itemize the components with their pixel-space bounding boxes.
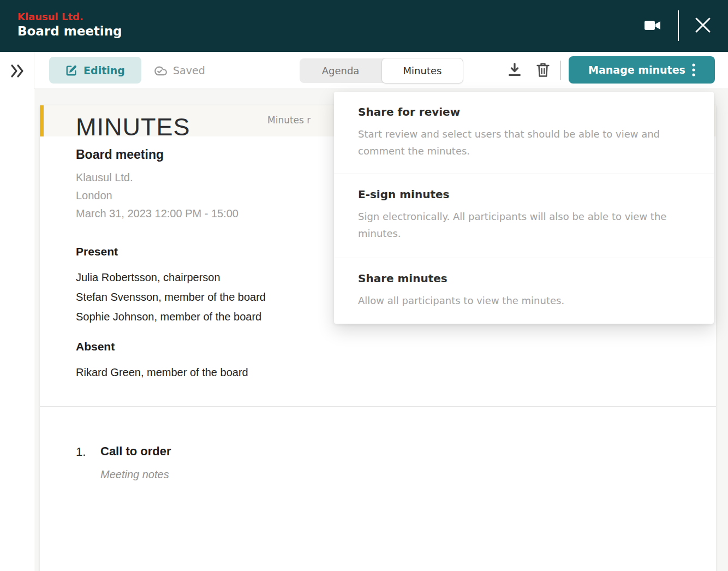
edit-pencil-icon bbox=[65, 64, 77, 76]
expand-sidebar-icon[interactable] bbox=[9, 63, 26, 79]
list-item: Sophie Johnson, member of the board bbox=[76, 307, 266, 326]
view-switcher: Agenda Minutes bbox=[300, 58, 463, 83]
agenda-item-number: 1. bbox=[76, 445, 86, 459]
menu-item-description: Start review and select users that shoul… bbox=[358, 126, 685, 159]
meeting-notes-placeholder[interactable]: Meeting notes bbox=[100, 468, 169, 481]
status-banner-text: Minutes r bbox=[267, 115, 311, 126]
menu-item-description: Allow all participants to view the minut… bbox=[358, 292, 685, 309]
menu-item-title: Share minutes bbox=[358, 272, 690, 285]
document-title: MINUTES bbox=[76, 113, 190, 141]
app-header: Klausul Ltd. Board meeting bbox=[0, 0, 728, 52]
close-icon[interactable] bbox=[694, 16, 712, 34]
saved-label: Saved bbox=[173, 64, 205, 76]
section-divider bbox=[40, 406, 716, 407]
absent-list: Rikard Green, member of the board bbox=[76, 362, 248, 382]
trash-icon[interactable] bbox=[535, 62, 552, 78]
manage-minutes-button[interactable]: Manage minutes bbox=[569, 56, 715, 84]
document-subtitle: Board meeting bbox=[76, 147, 164, 162]
collapsed-sidebar bbox=[0, 52, 34, 571]
meeting-title: Board meeting bbox=[17, 24, 122, 38]
editing-mode-button[interactable]: Editing bbox=[49, 57, 141, 84]
menu-item-share-for-review[interactable]: Share for review Start review and select… bbox=[334, 92, 714, 174]
list-item: Julia Robertsson, chairperson bbox=[76, 267, 266, 287]
kebab-icon bbox=[692, 63, 695, 77]
toolbar-divider bbox=[560, 61, 561, 80]
agenda-item-title: Call to order bbox=[100, 444, 171, 459]
present-heading: Present bbox=[76, 245, 118, 258]
company-name: Klausul Ltd. bbox=[17, 11, 83, 22]
menu-item-share-minutes[interactable]: Share minutes Allow all participants to … bbox=[334, 258, 714, 324]
cloud-check-icon bbox=[152, 64, 168, 77]
meta-company: Klausul Ltd. bbox=[76, 169, 238, 187]
manage-minutes-label: Manage minutes bbox=[588, 64, 685, 76]
menu-item-title: Share for review bbox=[358, 105, 690, 118]
menu-item-title: E-sign minutes bbox=[358, 188, 690, 201]
editing-label: Editing bbox=[83, 64, 125, 76]
present-list: Julia Robertsson, chairperson Stefan Sve… bbox=[76, 267, 266, 326]
tab-agenda[interactable]: Agenda bbox=[300, 58, 381, 83]
menu-item-description: Sign electronically. All participants wi… bbox=[358, 208, 685, 242]
meta-datetime: March 31, 2023 12:00 PM - 15:00 bbox=[76, 205, 238, 223]
app-window: Klausul Ltd. Board meeting Editing Saved… bbox=[0, 0, 728, 571]
meta-location: London bbox=[76, 187, 238, 205]
absent-heading: Absent bbox=[76, 340, 115, 353]
header-divider bbox=[678, 10, 679, 41]
tab-minutes[interactable]: Minutes bbox=[381, 58, 463, 84]
saved-status: Saved bbox=[152, 57, 205, 84]
download-icon[interactable] bbox=[506, 62, 523, 78]
manage-minutes-menu: Share for review Start review and select… bbox=[334, 92, 714, 324]
list-item: Stefan Svensson, member of the board bbox=[76, 287, 266, 307]
list-item: Rikard Green, member of the board bbox=[76, 362, 248, 382]
video-camera-icon[interactable] bbox=[644, 17, 661, 34]
menu-item-esign-minutes[interactable]: E-sign minutes Sign electronically. All … bbox=[334, 174, 714, 258]
meeting-meta: Klausul Ltd. London March 31, 2023 12:00… bbox=[76, 169, 238, 223]
